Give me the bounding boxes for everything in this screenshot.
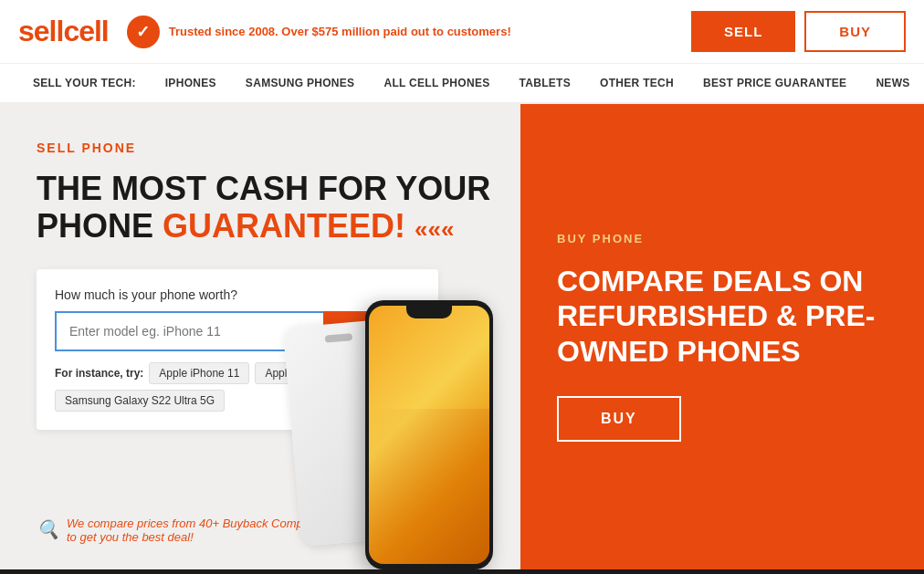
nav-item-samsung-phones[interactable]: SAMSUNG PHONES <box>231 64 370 102</box>
buy-phone-label: BUY PHONE <box>557 232 887 245</box>
buy-button[interactable]: BUY <box>804 11 906 52</box>
trusted-text-container: ✓ Trusted since 2008. Over $575 million … <box>127 16 673 48</box>
nav-item-sell-your-tech[interactable]: SELL YOUR TECH: <box>18 64 151 102</box>
phone-notch <box>406 306 452 318</box>
buy-headline: COMPARE DEALS ON REFURBISHED & PRE-OWNED… <box>557 264 887 369</box>
phones-container <box>265 104 520 569</box>
trusted-text: Trusted since 2008. Over $575 million pa… <box>169 25 511 38</box>
suggestion-samsung-s22[interactable]: Samsung Galaxy S22 Ultra 5G <box>55 390 225 412</box>
nav-item-tablets[interactable]: TABLETS <box>505 64 586 102</box>
nav-item-iphones[interactable]: IPHONES <box>151 64 231 102</box>
nav-item-best-price-guarantee[interactable]: BEST PRICE GUARANTEE <box>688 64 861 102</box>
phone-screen <box>369 306 489 564</box>
bottom-bar: NEW - TRACK THE VALUE OF YOUR PHONE & TE… <box>0 569 924 574</box>
trusted-icon: ✓ <box>127 16 160 48</box>
hero-section: SELL PHONE THE MOST CASH FOR YOUR PHONE … <box>0 104 924 569</box>
nav-item-news[interactable]: NEWS <box>861 64 924 102</box>
suggestions-label: For instance, try: <box>55 367 143 380</box>
hero-right: BUY PHONE COMPARE DEALS ON REFURBISHED &… <box>520 104 924 569</box>
header: sellcell ✓ Trusted since 2008. Over $575… <box>0 0 924 64</box>
sell-button[interactable]: SELL <box>691 11 795 52</box>
buy-white-button[interactable]: BUY <box>557 396 681 442</box>
headline-line2: PHONE <box>37 207 163 245</box>
suggestion-iphone11[interactable]: Apple iPhone 11 <box>149 362 249 384</box>
nav-item-other-tech[interactable]: OTHER TECH <box>585 64 688 102</box>
header-buttons: SELL BUY <box>691 11 906 52</box>
hero-left: SELL PHONE THE MOST CASH FOR YOUR PHONE … <box>0 104 520 569</box>
nav-item-all-cell-phones[interactable]: ALL CELL PHONES <box>369 64 504 102</box>
phone-front-image <box>365 300 493 569</box>
logo[interactable]: sellcell <box>18 15 109 48</box>
main-nav: SELL YOUR TECH: IPHONES SAMSUNG PHONES A… <box>0 64 924 104</box>
compare-icon: 🔍 <box>37 518 59 540</box>
